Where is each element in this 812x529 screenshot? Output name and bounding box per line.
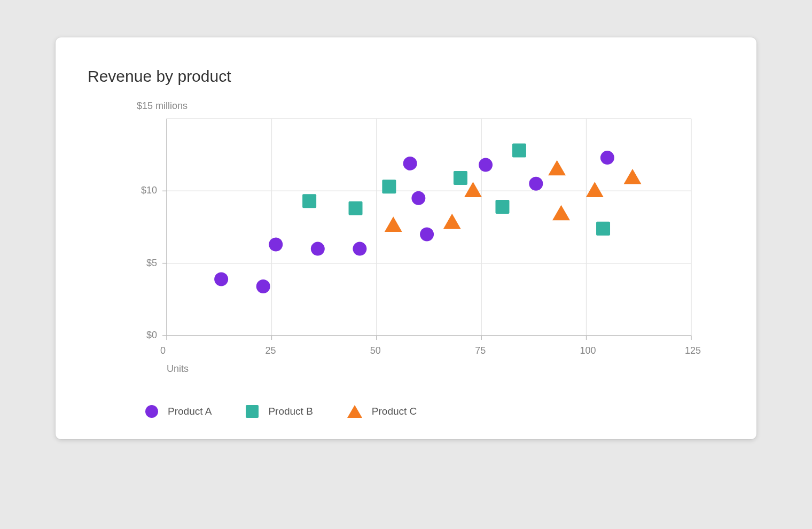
y-axis-max-label: $15 millions (137, 100, 188, 112)
y-tick-label: $5 (129, 258, 157, 269)
data-point (256, 279, 270, 293)
data-point (548, 160, 566, 176)
data-point (454, 171, 467, 185)
data-point (420, 228, 434, 242)
x-tick-label: 75 (475, 345, 486, 356)
legend-label: Product C (372, 406, 417, 417)
data-point (382, 180, 396, 193)
x-axis-label: Units (167, 363, 189, 375)
square-icon (246, 405, 259, 418)
data-point (302, 194, 316, 208)
chart-svg (88, 112, 718, 385)
data-point (624, 169, 642, 184)
data-point (552, 205, 570, 221)
x-tick-label: 50 (370, 345, 381, 356)
x-tick-label: 125 (685, 345, 701, 356)
data-point (596, 222, 610, 236)
triangle-icon (347, 405, 362, 418)
data-point (512, 144, 526, 158)
data-point (311, 242, 325, 256)
y-tick-label: $0 (129, 330, 157, 341)
data-point (349, 201, 363, 215)
data-point (586, 182, 604, 197)
legend: Product A Product B Product C (145, 405, 417, 418)
data-point (443, 214, 461, 229)
legend-item-product-b: Product B (246, 405, 313, 418)
chart-card: Revenue by product $15 millions 02550751… (56, 37, 756, 439)
scatter-chart: $15 millions 0255075100125$0$5$10 Units (88, 112, 718, 385)
y-tick-label: $10 (129, 185, 157, 196)
legend-item-product-a: Product A (145, 405, 212, 418)
data-point (353, 242, 366, 256)
x-tick-label: 25 (265, 345, 276, 356)
chart-title: Revenue by product (88, 67, 231, 85)
circle-icon (145, 405, 158, 418)
data-point (403, 157, 417, 170)
x-tick-label: 0 (160, 345, 166, 356)
data-point (600, 151, 614, 165)
data-point (214, 272, 228, 286)
legend-label: Product B (268, 406, 313, 417)
data-point (479, 158, 493, 172)
legend-label: Product A (168, 406, 212, 417)
data-point (385, 216, 402, 232)
data-point (529, 177, 543, 191)
x-tick-label: 100 (580, 345, 596, 356)
data-point (495, 200, 509, 214)
data-point (269, 237, 283, 251)
data-point (411, 191, 425, 205)
legend-item-product-c: Product C (347, 405, 417, 418)
